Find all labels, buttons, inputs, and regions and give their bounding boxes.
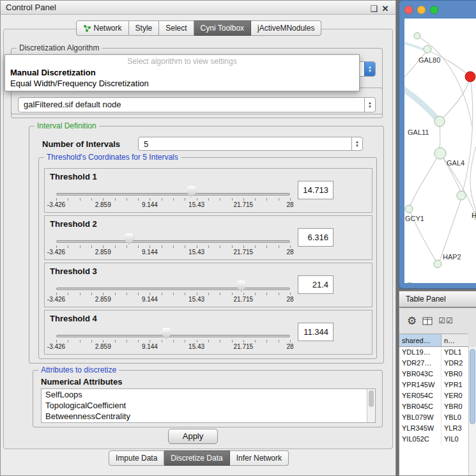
- network-edge[interactable]: [404, 50, 428, 80]
- table-cell[interactable]: YPR1: [441, 380, 468, 390]
- table-data-combobox[interactable]: galFiltered.sif default node ▲▼: [18, 97, 376, 112]
- table-cell[interactable]: YDL19…: [399, 347, 441, 358]
- slider-tick: [220, 340, 220, 342]
- tab-discretize-data[interactable]: Discretize Data: [164, 450, 229, 466]
- combobox-stepper-icon[interactable]: ▲▼: [364, 98, 375, 112]
- threshold-value-field[interactable]: 14.713: [298, 181, 334, 199]
- network-edge[interactable]: [463, 77, 473, 192]
- slider-scale-label: 2.859: [95, 343, 111, 350]
- columns-icon[interactable]: [422, 317, 433, 325]
- table-cell[interactable]: YIL0: [441, 434, 468, 445]
- table-cell[interactable]: YBR0: [441, 401, 468, 412]
- table-cell[interactable]: YBL0: [441, 412, 468, 423]
- list-item[interactable]: SelfLoops: [42, 389, 375, 400]
- zoom-traffic-icon[interactable]: [430, 6, 438, 14]
- network-edge[interactable]: [404, 42, 426, 50]
- table-row[interactable]: YBR045CYBR0: [399, 401, 468, 412]
- table-row[interactable]: YIL052CYIL0: [399, 434, 468, 445]
- minimize-traffic-icon[interactable]: [417, 6, 426, 14]
- table-cell[interactable]: YBR045C: [399, 401, 441, 412]
- scrollbar-thumb[interactable]: [369, 390, 374, 407]
- network-node[interactable]: [414, 33, 420, 39]
- network-edge[interactable]: [410, 153, 440, 207]
- combobox-stepper-icon[interactable]: ▲▼: [364, 62, 375, 76]
- table-cell[interactable]: YDR27…: [399, 358, 441, 369]
- column-header-shared[interactable]: shared…: [399, 334, 441, 346]
- threshold-value-field[interactable]: 21.4: [298, 275, 334, 294]
- control-panel-titlebar: Control Panel ❑ ✕: [1, 1, 395, 15]
- tab-network[interactable]: Network: [76, 20, 129, 36]
- table-cell[interactable]: YLR3: [441, 423, 468, 434]
- network-node[interactable]: [457, 191, 466, 200]
- slider-tick: [138, 340, 139, 342]
- list-item[interactable]: TopologicalCoefficient: [42, 400, 375, 411]
- slider-thumb[interactable]: [236, 280, 246, 292]
- network-node-selected[interactable]: [465, 72, 475, 82]
- network-node[interactable]: [424, 45, 431, 53]
- table-cell[interactable]: YPR145W: [399, 380, 441, 390]
- table-scrollbar[interactable]: [468, 347, 476, 475]
- table-cell[interactable]: YER0: [441, 390, 468, 401]
- network-node[interactable]: [405, 205, 413, 213]
- slider-track[interactable]: [56, 335, 290, 337]
- slider-thumb[interactable]: [162, 328, 171, 339]
- tab-cyni-toolbox[interactable]: Cyni Toolbox: [194, 20, 251, 36]
- dropdown-option-manual-discretization[interactable]: Manual Discretization: [5, 67, 359, 78]
- column-header-n[interactable]: n…: [441, 334, 468, 346]
- slider-tick: [150, 340, 150, 342]
- number-of-intervals-combobox[interactable]: 5 ▲▼: [138, 137, 363, 151]
- slider-track[interactable]: [56, 193, 290, 196]
- tab-label: Infer Network: [236, 454, 282, 463]
- apply-button[interactable]: Apply: [168, 429, 218, 444]
- tab-impute-data[interactable]: Impute Data: [109, 450, 164, 466]
- tab-select[interactable]: Select: [159, 20, 194, 36]
- network-node[interactable]: [406, 282, 413, 283]
- table-cell[interactable]: YDL1: [441, 347, 468, 358]
- table-cell[interactable]: YBL079W: [399, 412, 441, 423]
- node-label: GCY1: [405, 215, 424, 222]
- table-panel-header[interactable]: Table Panel: [399, 291, 476, 307]
- table-row[interactable]: YPR145WYPR1: [399, 380, 468, 390]
- list-item[interactable]: BetweennessCentrality: [42, 411, 375, 422]
- tab-infer-network[interactable]: Infer Network: [230, 450, 289, 466]
- attributes-scrollbar[interactable]: [367, 389, 375, 422]
- combobox-stepper-icon[interactable]: ▲▼: [351, 137, 362, 150]
- table-row[interactable]: YER054CYER0: [399, 390, 468, 401]
- slider-tick: [220, 245, 220, 248]
- slider-scale-label: 21.715: [234, 249, 254, 256]
- slider-track[interactable]: [56, 240, 290, 243]
- gear-icon[interactable]: ⚙: [407, 316, 417, 326]
- table-cell[interactable]: YIL052C: [399, 434, 441, 445]
- network-edge[interactable]: [440, 198, 461, 261]
- table-cell[interactable]: YBR0: [441, 369, 468, 380]
- network-edge[interactable]: [470, 146, 476, 210]
- threshold-value-field[interactable]: 11.344: [298, 323, 334, 341]
- slider-thumb[interactable]: [124, 233, 134, 245]
- select-rows-icon[interactable]: ☑☑: [438, 317, 454, 325]
- tab-style[interactable]: Style: [129, 20, 160, 36]
- float-window-icon[interactable]: ❑: [369, 2, 379, 15]
- network-node[interactable]: [434, 148, 446, 159]
- dropdown-option-equal-width-frequency-discretization[interactable]: Equal Width/Frequency Discretization: [5, 78, 359, 89]
- table-cell[interactable]: YDR2: [441, 358, 468, 369]
- tab-jactivemnodules[interactable]: jActiveMNodules: [251, 20, 321, 36]
- network-node[interactable]: [434, 260, 441, 268]
- slider-thumb[interactable]: [187, 186, 196, 197]
- table-row[interactable]: YLR345WYLR3: [399, 423, 468, 434]
- network-canvas[interactable]: GAL80GAL11GAL4GCY1HHAP2: [404, 19, 476, 283]
- threshold-value-field[interactable]: 6.316: [298, 228, 334, 247]
- network-edge[interactable]: [404, 85, 439, 121]
- slider-track[interactable]: [56, 288, 290, 290]
- table-cell[interactable]: YER054C: [399, 390, 441, 401]
- table-cell[interactable]: YBR043C: [399, 369, 441, 380]
- table-row[interactable]: YBR043CYBR0: [399, 369, 468, 380]
- table-row[interactable]: YDL19…YDL1: [399, 347, 468, 358]
- scrollbar-thumb[interactable]: [470, 349, 475, 424]
- close-window-icon[interactable]: ✕: [380, 2, 390, 15]
- close-traffic-icon[interactable]: [404, 6, 413, 14]
- table-cell[interactable]: YLR345W: [399, 423, 441, 434]
- numerical-attributes-list[interactable]: SelfLoopsTopologicalCoefficientBetweenne…: [41, 388, 376, 423]
- table-row[interactable]: YDR27…YDR2: [399, 358, 468, 369]
- table-row[interactable]: YBL079WYBL0: [399, 412, 468, 423]
- network-node[interactable]: [434, 116, 445, 127]
